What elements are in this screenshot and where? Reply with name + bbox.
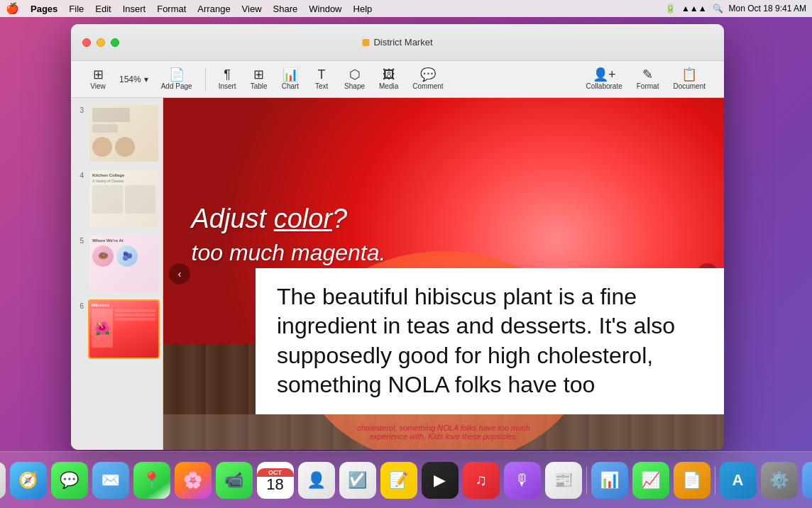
dock-notes[interactable]: 📝 bbox=[380, 462, 417, 499]
chart-icon: 📊 bbox=[282, 68, 298, 81]
page-thumbnail-sidebar[interactable]: 3 bbox=[71, 98, 163, 450]
toolbar: ⊞ View 154% ▾ 📄 Add Page ¶ Insert ⊞ Tabl… bbox=[71, 61, 724, 98]
dock-screentime[interactable]: 📱 bbox=[802, 462, 813, 499]
apple-menu[interactable]: 🍎 bbox=[6, 2, 19, 15]
toolbar-divider-1 bbox=[205, 68, 206, 91]
thumbnail-5[interactable]: 5 Where We're At 🍩 🫐 bbox=[74, 234, 160, 294]
close-button[interactable] bbox=[82, 38, 91, 47]
shape-button[interactable]: ⬡ Shape bbox=[337, 65, 372, 93]
main-canvas-image: Adjust color? too much magenta. ‹ › chol… bbox=[163, 98, 724, 450]
thumb-image-4[interactable]: Kitchen College A Variety of Classes bbox=[88, 169, 160, 228]
menubar-file[interactable]: File bbox=[63, 2, 89, 16]
canvas-area: Adjust color? too much magenta. ‹ › chol… bbox=[163, 98, 724, 450]
insert-icon: ¶ bbox=[224, 68, 231, 81]
thumb-image-3[interactable] bbox=[88, 104, 160, 163]
dock-systempreferences[interactable]: ⚙️ bbox=[761, 462, 798, 499]
text-icon: T bbox=[318, 68, 326, 81]
dock-photos[interactable]: 🌸 bbox=[175, 462, 212, 499]
menubar-help[interactable]: Help bbox=[348, 2, 378, 16]
menubar-share[interactable]: Share bbox=[268, 2, 304, 16]
wifi-icon: ▲▲▲ bbox=[681, 4, 707, 13]
dock-numbers[interactable]: 📈 bbox=[632, 462, 669, 499]
view-icon: ⊞ bbox=[93, 68, 104, 81]
canvas-bottom-text: cholesterol, something NOLA folks have t… bbox=[163, 414, 724, 450]
next-page-arrow[interactable]: › bbox=[697, 263, 718, 285]
collaborate-button[interactable]: 👤+ Collaborate bbox=[579, 65, 630, 93]
maximize-button[interactable] bbox=[111, 38, 119, 47]
dock-music[interactable]: ♫ bbox=[463, 462, 500, 499]
document-icon: 📋 bbox=[681, 68, 697, 81]
shape-icon: ⬡ bbox=[349, 68, 361, 81]
menubar-format[interactable]: Format bbox=[151, 2, 192, 16]
format-panel-button[interactable]: ✎ Format bbox=[630, 65, 666, 93]
thumb-number-6: 6 bbox=[74, 302, 84, 310]
document-panel-button[interactable]: 📋 Document bbox=[666, 65, 713, 93]
dock-podcasts[interactable]: 🎙 bbox=[504, 462, 541, 499]
menubar-window[interactable]: Window bbox=[303, 2, 347, 16]
pages-window: District Market ⊞ View 154% ▾ 📄 Add Page… bbox=[71, 24, 724, 450]
table-icon: ⊞ bbox=[253, 68, 264, 81]
insert-button[interactable]: ¶ Insert bbox=[212, 65, 243, 93]
menubar: 🍎 Pages File Edit Insert Format Arrange … bbox=[0, 0, 812, 17]
title-bar: District Market bbox=[71, 24, 724, 61]
dock: 🔷 ⊞ 🧭 💬 ✉️ 📍 🌸 📹 OCT 18 👤 ☑️ 📝 bbox=[0, 451, 812, 508]
dock-appstore[interactable]: A bbox=[720, 462, 757, 499]
dock-contacts[interactable]: 👤 bbox=[298, 462, 335, 499]
battery-icon: 🔋 bbox=[665, 4, 676, 13]
zoom-control[interactable]: 154% ▾ bbox=[114, 72, 154, 87]
menubar-edit[interactable]: Edit bbox=[89, 2, 116, 16]
menubar-view[interactable]: View bbox=[236, 2, 268, 16]
window-controls bbox=[82, 38, 119, 47]
bottom-text-line1: cholesterol, something NOLA folks have t… bbox=[357, 424, 530, 432]
toolbar-right: 👤+ Collaborate ✎ Format 📋 Document bbox=[579, 65, 713, 93]
dock-mail[interactable]: ✉️ bbox=[92, 462, 129, 499]
collaborate-icon: 👤+ bbox=[593, 68, 616, 81]
media-button[interactable]: 🖼 Media bbox=[372, 65, 405, 93]
thumb-number-5: 5 bbox=[74, 237, 84, 245]
dock-divider bbox=[586, 466, 587, 495]
calendar-icon: OCT 18 bbox=[257, 462, 294, 499]
comment-button[interactable]: 💬 Comment bbox=[405, 65, 450, 93]
add-page-button[interactable]: 📄 Add Page bbox=[154, 65, 199, 93]
comment-icon: 💬 bbox=[420, 68, 436, 81]
thumbnail-4[interactable]: 4 Kitchen College A Variety of Classes bbox=[74, 169, 160, 228]
thumb-number-3: 3 bbox=[74, 106, 84, 114]
table-button[interactable]: ⊞ Table bbox=[243, 65, 275, 93]
thumbnail-6[interactable]: 6 Hibiscus 🌺 bbox=[74, 299, 160, 359]
thumb-image-6[interactable]: Hibiscus 🌺 bbox=[88, 299, 160, 359]
dock-appletv[interactable]: ▶ bbox=[422, 462, 459, 499]
menubar-arrange[interactable]: Arrange bbox=[192, 2, 236, 16]
dock-safari[interactable]: 🧭 bbox=[10, 462, 47, 499]
thumbnail-3[interactable]: 3 bbox=[74, 104, 160, 163]
dock-launchpad[interactable]: ⊞ bbox=[0, 462, 6, 499]
dock-news[interactable]: 📰 bbox=[545, 462, 582, 499]
content-area: 3 bbox=[71, 98, 724, 450]
dock-messages[interactable]: 💬 bbox=[51, 462, 88, 499]
dock-facetime[interactable]: 📹 bbox=[216, 462, 253, 499]
view-button[interactable]: ⊞ View bbox=[82, 65, 114, 93]
prev-page-arrow[interactable]: ‹ bbox=[169, 263, 190, 285]
dock-keynote[interactable]: 📊 bbox=[591, 462, 628, 499]
dock-reminders[interactable]: ☑️ bbox=[339, 462, 376, 499]
menubar-insert[interactable]: Insert bbox=[117, 2, 152, 16]
text-button[interactable]: T Text bbox=[306, 65, 337, 93]
window-title: District Market bbox=[362, 37, 432, 48]
menubar-app-name[interactable]: Pages bbox=[25, 2, 63, 16]
menubar-datetime: Mon Oct 18 9:41 AM bbox=[729, 4, 806, 13]
desktop: District Market ⊞ View 154% ▾ 📄 Add Page… bbox=[0, 17, 812, 451]
dock-pages[interactable]: 📄 bbox=[674, 462, 710, 499]
search-icon[interactable]: 🔍 bbox=[713, 4, 723, 13]
format-icon: ✎ bbox=[642, 68, 653, 81]
media-icon: 🖼 bbox=[383, 68, 395, 81]
thumb-number-4: 4 bbox=[74, 172, 84, 180]
zoom-chevron: ▾ bbox=[144, 74, 148, 84]
dock-maps[interactable]: 📍 bbox=[133, 462, 170, 499]
dock-calendar[interactable]: OCT 18 bbox=[257, 462, 294, 499]
bottom-text-line2: experience with. Kids love these popsicl… bbox=[369, 432, 517, 441]
chart-button[interactable]: 📊 Chart bbox=[275, 65, 306, 93]
calendar-day: 18 bbox=[266, 477, 283, 492]
thumb-image-5[interactable]: Where We're At 🍩 🫐 bbox=[88, 234, 160, 294]
title-dot bbox=[362, 39, 369, 46]
add-page-icon: 📄 bbox=[169, 68, 185, 81]
minimize-button[interactable] bbox=[97, 38, 105, 47]
